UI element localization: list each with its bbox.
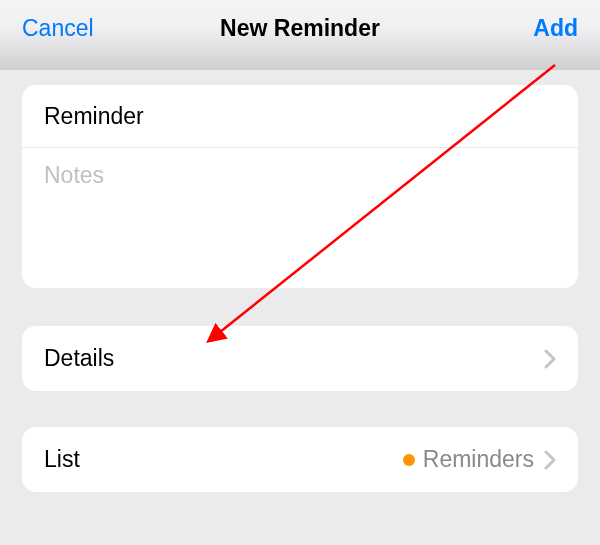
list-card: List Reminders — [22, 427, 578, 492]
list-name: Reminders — [423, 446, 534, 473]
chevron-right-icon — [544, 349, 556, 369]
chevron-right-icon — [544, 450, 556, 470]
details-row[interactable]: Details — [22, 326, 578, 391]
page-title: New Reminder — [220, 15, 380, 42]
content-area: Reminder Notes Details List Reminders — [0, 70, 600, 492]
add-button[interactable]: Add — [533, 15, 578, 42]
reminder-title-placeholder: Reminder — [44, 103, 144, 130]
details-label: Details — [44, 345, 534, 372]
list-row[interactable]: List Reminders — [22, 427, 578, 492]
list-label: List — [44, 446, 403, 473]
reminder-notes-placeholder: Notes — [44, 162, 104, 189]
reminder-title-input[interactable]: Reminder — [22, 85, 578, 148]
list-color-dot-icon — [403, 454, 415, 466]
cancel-button[interactable]: Cancel — [22, 15, 94, 42]
list-selected-value: Reminders — [403, 446, 534, 473]
navigation-bar: Cancel New Reminder Add — [0, 0, 600, 70]
reminder-input-card: Reminder Notes — [22, 85, 578, 288]
reminder-notes-input[interactable]: Notes — [22, 148, 578, 288]
details-card: Details — [22, 326, 578, 391]
